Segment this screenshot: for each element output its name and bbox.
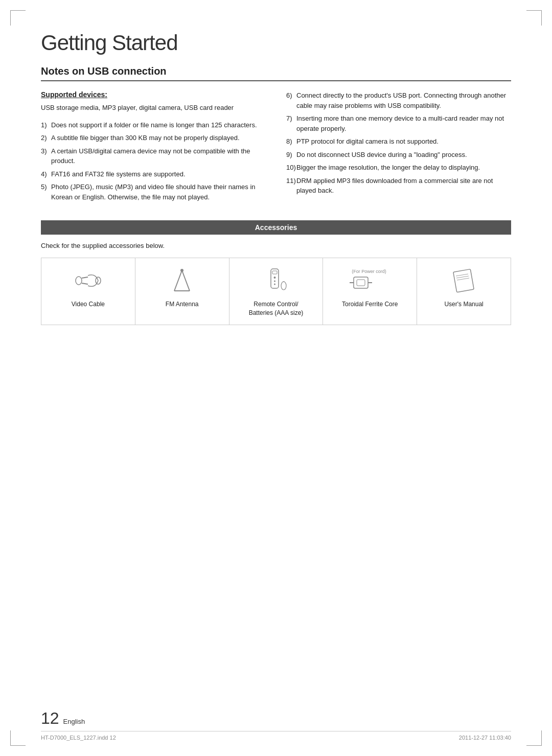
- accessory-remote-control: Remote Control/Batteries (AAA size): [229, 258, 324, 325]
- fm-antenna-icon: [140, 265, 225, 296]
- page-number: 12: [41, 709, 59, 728]
- corner-mark-bl: [10, 730, 26, 746]
- list-item-num: 8): [286, 136, 292, 147]
- svg-rect-20: [453, 269, 473, 292]
- svg-rect-9: [272, 271, 277, 274]
- left-column: Supported devices: USB storage media, MP…: [41, 90, 266, 205]
- right-numbered-list: 6)Connect directly to the product's USB …: [286, 90, 511, 196]
- accessory-toroidal-ferrite-core: (For Power cord) Toroidal Ferrite Core: [323, 258, 417, 325]
- users-manual-icon: [421, 265, 507, 296]
- list-item-num: 2): [41, 133, 47, 143]
- fm-antenna-label: FM Antenna: [140, 300, 225, 309]
- svg-line-5: [182, 270, 190, 291]
- list-item: 11)DRM applied MP3 files downloaded from…: [286, 176, 511, 196]
- accessory-fm-antenna: FM Antenna: [135, 258, 229, 325]
- remote-control-label: Remote Control/Batteries (AAA size): [234, 300, 319, 317]
- svg-line-22: [456, 276, 469, 278]
- corner-mark-br: [526, 730, 542, 746]
- list-item-num: 4): [41, 169, 47, 179]
- corner-mark-tl: [10, 10, 26, 26]
- list-item: 3)A certain USB/digital camera device ma…: [41, 146, 266, 166]
- footer: HT-D7000_ELS_1227.indd 12 2011-12-27 11:…: [41, 731, 511, 741]
- page-container: Getting Started Notes on USB connection …: [0, 0, 552, 756]
- page-number-area: 12 English: [41, 709, 85, 728]
- svg-point-10: [273, 277, 275, 279]
- list-item: 2)A subtitle file bigger than 300 KB may…: [41, 133, 266, 143]
- toroidal-ferrite-core-icon: (For Power cord): [327, 265, 412, 296]
- svg-line-2: [82, 283, 88, 284]
- list-item-num: 1): [41, 120, 47, 130]
- list-item: 6)Connect directly to the product's USB …: [286, 90, 511, 110]
- svg-point-11: [274, 281, 275, 282]
- toroidal-ferrite-core-label: Toroidal Ferrite Core: [327, 300, 412, 309]
- svg-line-23: [457, 278, 469, 280]
- accessories-header: Accessories: [41, 220, 511, 235]
- svg-line-1: [82, 277, 88, 278]
- video-cable-icon: [45, 265, 131, 296]
- list-item: 4)FAT16 and FAT32 file systems are suppo…: [41, 169, 266, 179]
- svg-rect-16: [354, 277, 368, 288]
- page-title: Getting Started: [41, 31, 511, 55]
- svg-rect-17: [357, 280, 365, 286]
- svg-point-0: [76, 277, 82, 285]
- users-manual-label: User's Manual: [421, 300, 507, 309]
- svg-point-13: [281, 282, 286, 290]
- section-title: Notes on USB connection: [41, 65, 511, 81]
- list-item: 5)Photo (JPEG), music (MP3) and video fi…: [41, 182, 266, 202]
- right-column: 6)Connect directly to the product's USB …: [286, 90, 511, 205]
- svg-line-21: [456, 274, 468, 276]
- accessories-grid: Video Cable FM Antenna: [41, 258, 511, 325]
- subsection-title: Supported devices:: [41, 90, 266, 99]
- list-item: 1)Does not support if a folder or file n…: [41, 120, 266, 130]
- remote-control-icon: [234, 265, 319, 296]
- page-language: English: [63, 718, 85, 725]
- video-cable-label: Video Cable: [45, 300, 131, 309]
- svg-line-4: [174, 270, 182, 291]
- list-item: 10)Bigger the image resolution, the long…: [286, 163, 511, 173]
- list-item-num: 9): [286, 150, 292, 160]
- accessories-intro: Check for the supplied accessories below…: [41, 242, 511, 249]
- list-item-num: 10): [286, 163, 296, 173]
- corner-mark-tr: [526, 10, 542, 26]
- list-item-num: 7): [286, 113, 292, 124]
- footer-right: 2011-12-27 11:03:40: [459, 735, 511, 741]
- supported-devices-text: USB storage media, MP3 player, digital c…: [41, 103, 266, 113]
- list-item-num: 5): [41, 182, 47, 192]
- svg-point-12: [274, 284, 275, 285]
- accessory-users-manual: User's Manual: [417, 258, 511, 325]
- svg-point-6: [180, 269, 183, 272]
- list-item-num: 6): [286, 90, 292, 101]
- list-item-num: 11): [286, 176, 296, 186]
- left-numbered-list: 1)Does not support if a folder or file n…: [41, 120, 266, 202]
- list-item-num: 3): [41, 146, 47, 156]
- list-item: 9)Do not disconnect USB device during a …: [286, 150, 511, 160]
- footer-left: HT-D7000_ELS_1227.indd 12: [41, 735, 116, 741]
- list-item: 7)Inserting more than one memory device …: [286, 113, 511, 133]
- svg-text:(For Power cord): (For Power cord): [352, 269, 386, 274]
- two-col-layout: Supported devices: USB storage media, MP…: [41, 90, 511, 205]
- list-item: 8)PTP protocol for digital camera is not…: [286, 136, 511, 147]
- accessory-video-cable: Video Cable: [41, 258, 135, 325]
- accessories-section: Accessories Check for the supplied acces…: [41, 220, 511, 325]
